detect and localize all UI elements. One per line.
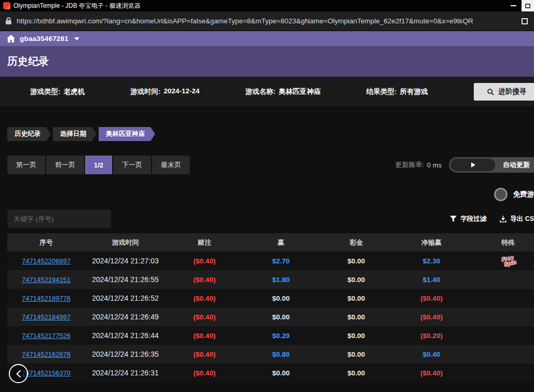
game-time-cell: 2024/12/24 21:26:55	[92, 275, 158, 284]
back-button[interactable]	[9, 364, 28, 383]
advanced-search-label: 进阶搜寻	[499, 87, 527, 96]
serial-link[interactable]: 7471452189776	[22, 295, 71, 302]
filter-game-time-label: 游戏时间:	[130, 87, 161, 96]
url-text[interactable]: https://txthbf.awimqwri.com/?lang=cn&hom…	[17, 17, 517, 25]
win-cell: $1.80	[272, 276, 290, 284]
field-filter-label: 字段过滤	[460, 215, 486, 223]
auto-update-toggle[interactable]: 自动更新	[449, 157, 534, 173]
play-button[interactable]	[450, 159, 495, 171]
prev-page-button[interactable]: 前一页	[46, 156, 84, 174]
bet-cell: ($0.40)	[194, 257, 216, 265]
username[interactable]: gbaa35467281	[20, 35, 69, 43]
free-spin-legend: 免费游	[7, 188, 534, 201]
net-cell: ($0.40)	[420, 295, 443, 302]
pagination: 第一页 前一页 1/2 下一页 最末页	[7, 156, 190, 174]
last-page-button[interactable]: 最末页	[152, 156, 190, 174]
table-toolbar: 字段过滤 导出 CS	[7, 209, 534, 228]
game-time-cell: 2024/12/24 21:26:35	[92, 350, 158, 358]
breadcrumb-history[interactable]: 历史纪录	[7, 127, 51, 141]
serial-link[interactable]: 7471452177526	[22, 332, 71, 340]
table-row: 7471452206897 2024/12/24 21:27:03 ($0.40…	[7, 251, 534, 270]
win-cell: $0.00	[272, 313, 290, 321]
user-bar: gbaa35467281	[0, 31, 534, 46]
header-game-time: 游戏时间	[85, 238, 166, 247]
win-cell: $0.20	[272, 332, 290, 340]
breadcrumb: 历史纪录 选择日期 奥林匹亚神庙	[7, 127, 534, 141]
serial-link[interactable]: 7471452194151	[22, 276, 71, 284]
page-header: 历史纪录	[0, 46, 534, 77]
serial-link[interactable]: 7471452156370	[22, 369, 71, 377]
win-cell: $2.70	[272, 257, 290, 265]
new-window-icon[interactable]	[522, 18, 528, 24]
table-header-row: 序号 游戏时间 赌注 赢 彩金 净输赢 特殊	[7, 233, 534, 251]
net-cell: ($0.20)	[420, 332, 443, 340]
search-icon	[487, 89, 494, 95]
current-page-indicator[interactable]: 1/2	[85, 156, 112, 174]
serial-link[interactable]: 7471452162676	[22, 351, 71, 358]
refresh-rate-label: 更新频率:	[395, 160, 424, 170]
download-icon	[500, 216, 506, 222]
chevron-down-icon[interactable]	[74, 37, 79, 40]
filter-game-name-value: 奥林匹亚神庙	[279, 87, 321, 96]
free-spin-coin-icon	[494, 188, 508, 201]
bet-cell: ($0.40)	[194, 295, 216, 302]
free-spin-icon: Free Spin	[499, 254, 516, 268]
bet-cell: ($0.40)	[194, 369, 216, 377]
breadcrumb-game[interactable]: 奥林匹亚神庙	[99, 127, 155, 141]
filter-result-type-value: 所有游戏	[400, 87, 428, 96]
table-row: 7471452189776 2024/12/24 21:26:52 ($0.40…	[7, 289, 534, 307]
serial-link[interactable]: 7471452184997	[22, 313, 71, 321]
field-filter-button[interactable]: 字段过滤	[450, 215, 486, 223]
free-spin-legend-label: 免费游	[513, 190, 534, 199]
serial-link[interactable]: 7471452206897	[22, 257, 71, 265]
table-tools: 字段过滤 导出 CS	[450, 215, 534, 223]
filter-bar: 游戏类型: 老虎机 游戏时间: 2024-12-24 游戏名称: 奥林匹亚神庙 …	[0, 77, 534, 107]
refresh-rate-value: 0 ms	[427, 161, 442, 169]
minimize-button[interactable]	[505, 0, 522, 11]
first-page-button[interactable]: 第一页	[7, 156, 45, 174]
bet-cell: ($0.40)	[194, 332, 216, 340]
export-csv-button[interactable]: 导出 CS	[500, 215, 534, 223]
filter-funnel-icon	[450, 216, 457, 222]
table-row: 7471452177526 2024/12/24 21:26:44 ($0.40…	[7, 326, 534, 345]
jackpot-cell: $0.00	[348, 276, 365, 284]
header-net: 净输赢	[394, 238, 469, 247]
bet-cell: ($0.40)	[194, 351, 216, 358]
filter-game-name-label: 游戏名称:	[245, 87, 276, 96]
filter-result-type-label: 结果类型:	[366, 87, 397, 96]
maximize-icon	[525, 4, 530, 8]
address-bar: https://txthbf.awimqwri.com/?lang=cn&hom…	[0, 11, 534, 31]
pagination-row: 第一页 前一页 1/2 下一页 最末页 更新频率: 0 ms 自动更新	[7, 156, 534, 174]
header-jackpot: 彩金	[319, 238, 394, 247]
search-input[interactable]	[7, 209, 111, 228]
win-cell: $0.00	[272, 369, 290, 377]
net-cell: $2.30	[423, 257, 441, 265]
home-icon[interactable]	[7, 35, 15, 43]
net-cell: ($0.40)	[420, 369, 443, 377]
game-time-cell: 2024/12/24 21:26:44	[92, 331, 158, 340]
header-serial: 序号	[7, 238, 85, 247]
bet-cell: ($0.40)	[194, 276, 216, 284]
free-spin-text-bottom: Spin	[503, 259, 516, 267]
next-page-button[interactable]: 下一页	[113, 156, 151, 174]
filter-game-type-label: 游戏类型:	[30, 87, 61, 96]
export-csv-label: 导出 CS	[510, 215, 534, 223]
maximize-button[interactable]	[522, 0, 534, 11]
filter-game-type-value: 老虎机	[64, 87, 85, 96]
jackpot-cell: $0.00	[348, 313, 365, 321]
jackpot-cell: $0.00	[348, 332, 365, 340]
game-time-cell: 2024/12/24 21:27:03	[92, 257, 158, 265]
filter-game-type: 游戏类型: 老虎机	[30, 87, 85, 96]
win-cell: $0.00	[272, 295, 290, 302]
table-row: 7471452156370 2024/12/24 21:26:31 ($0.40…	[7, 363, 534, 382]
filter-game-name: 游戏名称: 奥林匹亚神庙	[245, 87, 321, 96]
header-special: 特殊	[469, 238, 534, 247]
game-time-cell: 2024/12/24 21:26:49	[92, 313, 158, 321]
window-title: OlympianTemple - JDB 夺宝电子 - 极速浏览器	[13, 2, 141, 10]
advanced-search-button[interactable]: 进阶搜寻	[474, 83, 534, 101]
main-content: 历史纪录 选择日期 奥林匹亚神庙 第一页 前一页 1/2 下一页 最末页 更新频…	[0, 127, 534, 382]
breadcrumb-date[interactable]: 选择日期	[53, 127, 97, 141]
filter-result-type: 结果类型: 所有游戏	[366, 87, 428, 96]
header-win: 赢	[243, 238, 319, 247]
win-cell: $0.80	[272, 351, 290, 358]
